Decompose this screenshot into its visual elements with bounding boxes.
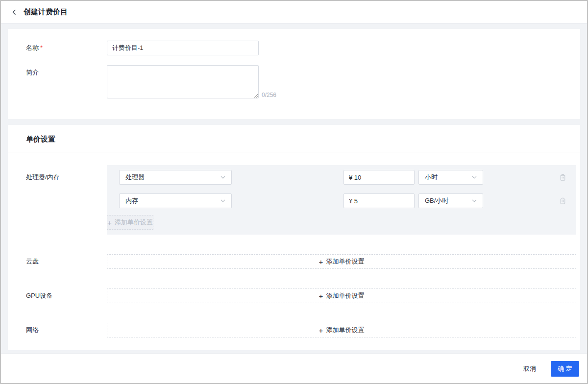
add-button-label: 添加单价设置	[115, 218, 153, 227]
chevron-down-icon	[472, 176, 477, 179]
group-gpu-device: GPU设备 + 添加单价设置	[8, 288, 580, 303]
chevron-down-icon	[472, 199, 477, 202]
page-content: 名称* 简介 0/256 单价设置 处理器/内存	[1, 24, 587, 354]
intro-textarea-wrap: 0/256	[107, 65, 276, 98]
add-price-row-button[interactable]: + 添加单价设置	[107, 215, 153, 230]
price-row: 内存 GB/小时	[119, 193, 566, 208]
group-cloud-disk: 云盘 + 添加单价设置	[8, 254, 580, 269]
trash-icon	[559, 174, 566, 181]
intro-label: 简介	[26, 65, 107, 80]
confirm-button[interactable]: 确 定	[551, 361, 579, 377]
back-button[interactable]	[11, 9, 18, 16]
unit-price-card: 单价设置 处理器/内存 处理器 小时	[8, 125, 580, 350]
price-input[interactable]	[343, 193, 415, 208]
add-button-label: 添加单价设置	[326, 326, 364, 335]
footer-action-bar: 取消 确 定	[1, 354, 587, 383]
resource-type-select[interactable]: 处理器	[119, 170, 232, 185]
char-counter: 0/256	[262, 92, 276, 98]
basic-info-card: 名称* 简介 0/256	[8, 29, 580, 119]
intro-field-row: 简介 0/256	[8, 65, 580, 98]
group-label: 处理器/内存	[26, 165, 107, 235]
page-header: 创建计费价目	[1, 1, 587, 24]
group-cpu-memory: 处理器/内存 处理器 小时	[8, 165, 580, 235]
chevron-left-icon	[11, 9, 18, 16]
name-field-row: 名称*	[8, 41, 580, 55]
plus-icon: +	[107, 219, 112, 226]
group-label: GPU设备	[26, 288, 107, 303]
add-price-row-button[interactable]: + 添加单价设置	[107, 254, 576, 269]
create-billing-price-page: 创建计费价目 名称* 简介 0/256 单价设置	[0, 0, 588, 384]
required-mark: *	[40, 44, 43, 51]
add-price-row-button[interactable]: + 添加单价设置	[107, 323, 576, 337]
add-button-label: 添加单价设置	[326, 257, 364, 266]
select-value: 处理器	[125, 173, 145, 182]
intro-textarea[interactable]	[107, 65, 259, 98]
cancel-button[interactable]: 取消	[520, 361, 539, 376]
section-title: 单价设置	[8, 125, 580, 152]
group-label: 云盘	[26, 254, 107, 269]
delete-row-button[interactable]	[559, 197, 566, 205]
price-rows-panel: 处理器 小时	[107, 165, 576, 235]
plus-icon: +	[319, 327, 323, 334]
select-value: GB/小时	[425, 196, 448, 205]
unit-select[interactable]: GB/小时	[418, 193, 483, 208]
page-title: 创建计费价目	[24, 7, 68, 17]
trash-icon	[559, 197, 566, 205]
price-input[interactable]	[343, 170, 415, 185]
group-network: 网络 + 添加单价设置	[8, 323, 580, 337]
select-value: 小时	[425, 173, 438, 182]
name-input[interactable]	[107, 41, 259, 55]
chevron-down-icon	[220, 176, 225, 179]
select-value: 内存	[125, 196, 138, 205]
add-button-label: 添加单价设置	[326, 291, 364, 300]
add-price-row-button[interactable]: + 添加单价设置	[107, 288, 576, 303]
group-label: 网络	[26, 323, 107, 337]
unit-select[interactable]: 小时	[418, 170, 483, 185]
delete-row-button[interactable]	[559, 174, 566, 181]
resource-type-select[interactable]: 内存	[119, 193, 232, 208]
name-label: 名称*	[26, 41, 107, 55]
plus-icon: +	[319, 292, 323, 300]
section-divider	[8, 152, 580, 152]
price-row: 处理器 小时	[119, 170, 566, 185]
chevron-down-icon	[220, 199, 225, 202]
plus-icon: +	[319, 258, 323, 265]
